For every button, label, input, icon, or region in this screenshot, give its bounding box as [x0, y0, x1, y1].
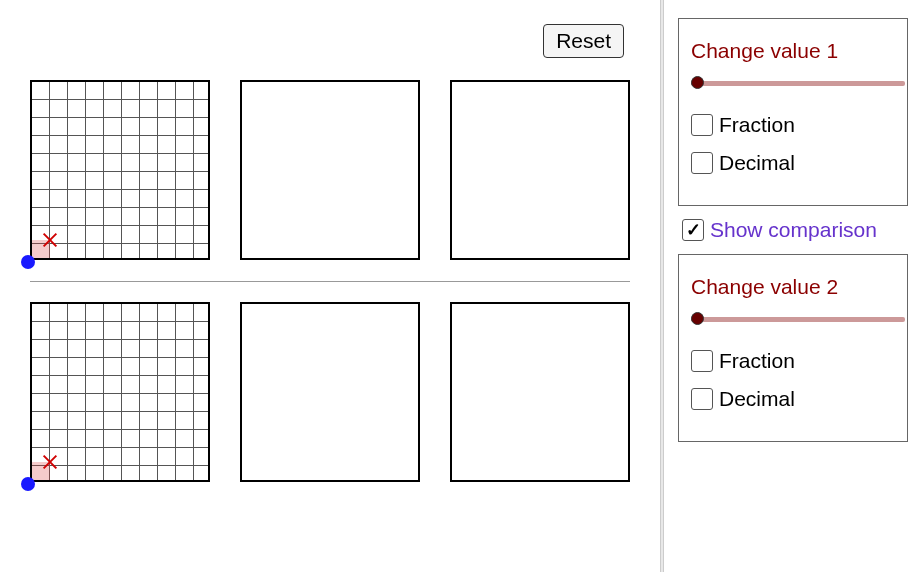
slider-thumb[interactable]	[691, 312, 704, 325]
checkbox-fraction-2[interactable]: Fraction	[691, 349, 895, 373]
origin-dot-icon[interactable]	[21, 255, 35, 269]
checkbox-label: Decimal	[719, 387, 795, 411]
reset-button[interactable]: Reset	[543, 24, 624, 58]
panel-value2: Change value 2 Fraction Decimal	[678, 254, 908, 442]
checkbox-box[interactable]	[682, 219, 704, 241]
divider-horizontal	[30, 281, 630, 282]
grid-row-value1	[30, 80, 630, 260]
shaded-cell	[32, 240, 50, 258]
checkbox-label: Fraction	[719, 113, 795, 137]
grid-square-1-gridded[interactable]	[30, 80, 210, 260]
slider-track	[691, 317, 905, 322]
panel-value1: Change value 1 Fraction Decimal	[678, 18, 908, 206]
slider-value2[interactable]	[691, 311, 895, 327]
sidebar: Change value 1 Fraction Decimal Show com…	[670, 0, 922, 572]
checkbox-box[interactable]	[691, 388, 713, 410]
grid-square-2-empty-a	[240, 302, 420, 482]
checkbox-box[interactable]	[691, 152, 713, 174]
shaded-cell	[32, 462, 50, 480]
checkbox-label: Show comparison	[710, 218, 877, 242]
grid-square-2-gridded[interactable]	[30, 302, 210, 482]
slider-thumb[interactable]	[691, 76, 704, 89]
checkbox-label: Fraction	[719, 349, 795, 373]
slider-value1[interactable]	[691, 75, 895, 91]
divider-vertical[interactable]	[660, 0, 664, 572]
panel2-title: Change value 2	[691, 275, 895, 299]
checkbox-decimal-2[interactable]: Decimal	[691, 387, 895, 411]
checkbox-box[interactable]	[691, 350, 713, 372]
grid-square-1-empty-a	[240, 80, 420, 260]
grid-square-2-empty-b	[450, 302, 630, 482]
grid-row-value2	[30, 302, 630, 482]
checkbox-box[interactable]	[691, 114, 713, 136]
checkbox-fraction-1[interactable]: Fraction	[691, 113, 895, 137]
checkbox-decimal-1[interactable]: Decimal	[691, 151, 895, 175]
checkbox-show-comparison[interactable]: Show comparison	[682, 218, 922, 242]
grid-square-1-empty-b	[450, 80, 630, 260]
checkbox-label: Decimal	[719, 151, 795, 175]
origin-dot-icon[interactable]	[21, 477, 35, 491]
main-canvas: Reset	[0, 0, 660, 572]
panel1-title: Change value 1	[691, 39, 895, 63]
slider-track	[691, 81, 905, 86]
